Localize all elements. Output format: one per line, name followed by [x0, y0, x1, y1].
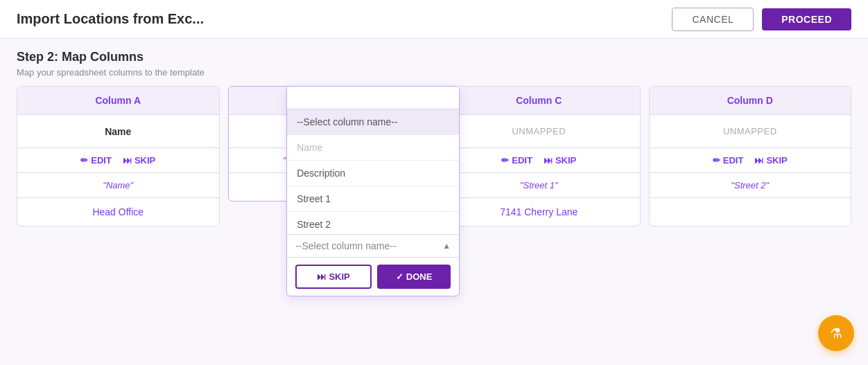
- edit-icon-d: ✏: [713, 155, 720, 166]
- dropdown-overlay: --Select column name-- Name Description …: [286, 86, 460, 296]
- column-c-skip-button[interactable]: ⏭ SKIP: [544, 155, 576, 166]
- column-d-mapped: UNMAPPED: [650, 115, 851, 148]
- cancel-button[interactable]: CANCEL: [672, 8, 754, 31]
- step-info: Step 2: Map Columns Map your spreadsheet…: [0, 39, 868, 86]
- column-d-data-value: [650, 198, 851, 215]
- dropdown-skip-button[interactable]: ⏭ SKIP: [295, 265, 372, 289]
- column-b-area: Column B Street "Identification Number" …: [228, 86, 430, 226]
- column-c-edit-button[interactable]: ✏ EDIT: [501, 155, 532, 166]
- dropdown-done-label: DONE: [406, 271, 433, 282]
- column-c-actions: ✏ EDIT ⏭ SKIP: [438, 148, 640, 173]
- column-c-source-label: "Street 1": [438, 173, 640, 198]
- edit-label-c: EDIT: [512, 155, 532, 166]
- column-a-actions: ✏ EDIT ⏭ SKIP: [17, 148, 219, 173]
- edit-label: EDIT: [91, 155, 112, 166]
- skip-label: SKIP: [134, 155, 155, 166]
- dropdown-skip-icon: ⏭: [317, 271, 326, 282]
- column-d-source-label: "Street 2": [650, 173, 851, 198]
- skip-icon-d: ⏭: [754, 155, 763, 166]
- column-a-header: Column A: [17, 87, 219, 115]
- column-d-card: Column D UNMAPPED ✏ EDIT ⏭ SKIP "Street …: [649, 86, 852, 226]
- page-title: Import Locations from Exc...: [17, 11, 204, 27]
- column-d-header: Column D: [650, 87, 851, 115]
- column-a-skip-button[interactable]: ⏭ SKIP: [123, 155, 155, 166]
- dropdown-option-name[interactable]: Name: [287, 135, 459, 161]
- edit-label-d: EDIT: [723, 155, 744, 166]
- column-a-card: Column A Name ✏ EDIT ⏭ SKIP "Name" Head …: [17, 86, 220, 226]
- header-actions: CANCEL PROCEED: [672, 8, 851, 31]
- skip-icon-c: ⏭: [544, 155, 553, 166]
- column-d-actions: ✏ EDIT ⏭ SKIP: [650, 148, 851, 173]
- column-a-mapped: Name: [17, 115, 219, 148]
- column-c-mapped: UNMAPPED: [438, 115, 640, 148]
- column-c-header: Column C: [438, 87, 640, 115]
- column-a-data-value: Head Office: [17, 198, 219, 226]
- dropdown-option-street1[interactable]: Street 1: [287, 186, 459, 212]
- column-d-edit-button[interactable]: ✏ EDIT: [713, 155, 744, 166]
- dropdown-option-select[interactable]: --Select column name--: [287, 109, 459, 135]
- columns-container: Column A Name ✏ EDIT ⏭ SKIP "Name" Head …: [0, 86, 868, 226]
- dropdown-option-description[interactable]: Description: [287, 161, 459, 186]
- dropdown-footer: ⏭ SKIP ✓ DONE: [287, 258, 459, 296]
- edit-icon-c: ✏: [501, 155, 509, 166]
- dropdown-done-icon: ✓: [396, 271, 403, 282]
- dropdown-select-bar[interactable]: --Select column name-- ▲: [287, 234, 459, 258]
- flask-icon: ⚗: [830, 325, 842, 341]
- fab-button[interactable]: ⚗: [818, 315, 854, 351]
- dropdown-option-street2[interactable]: Street 2: [287, 212, 459, 234]
- column-a-edit-button[interactable]: ✏ EDIT: [80, 155, 112, 166]
- column-c-card: Column C UNMAPPED ✏ EDIT ⏭ SKIP "Street …: [437, 86, 641, 226]
- edit-icon: ✏: [80, 155, 88, 166]
- dropdown-done-button[interactable]: ✓ DONE: [377, 265, 451, 289]
- skip-label-c: SKIP: [555, 155, 576, 166]
- skip-label-d: SKIP: [766, 155, 787, 166]
- column-c-data-value: 7141 Cherry Lane: [438, 198, 640, 226]
- dropdown-skip-label: SKIP: [329, 271, 349, 282]
- proceed-button[interactable]: PROCEED: [762, 8, 851, 30]
- skip-icon: ⏭: [123, 155, 132, 166]
- column-d-skip-button[interactable]: ⏭ SKIP: [754, 155, 787, 166]
- dropdown-select-label: --Select column name--: [295, 240, 397, 251]
- chevron-up-icon: ▲: [442, 241, 451, 251]
- step-title: Step 2: Map Columns: [17, 50, 851, 64]
- step-subtitle: Map your spreadsheet columns to the temp…: [17, 67, 851, 78]
- column-a-source-label: "Name": [17, 173, 219, 198]
- header: Import Locations from Exc... CANCEL PROC…: [0, 0, 868, 39]
- dropdown-list: --Select column name-- Name Description …: [287, 109, 459, 234]
- dropdown-search-input[interactable]: [287, 87, 459, 109]
